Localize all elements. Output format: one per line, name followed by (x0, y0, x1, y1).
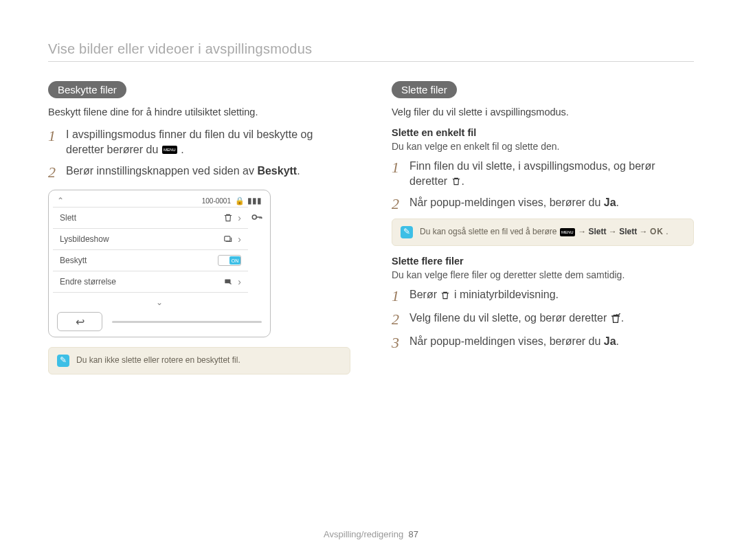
page-footer: Avspilling/redigering 87 (0, 529, 742, 539)
text: I avspillingsmodus finner du filen du vi… (66, 128, 313, 155)
slideshow-icon (223, 234, 234, 244)
ok-icon: OK (650, 227, 664, 236)
text: i miniatyrbildevisning. (454, 289, 559, 300)
subhead-multi: Slette flere filer (392, 256, 694, 267)
info-note-left: ✎ Du kan ikke slette eller rotere en bes… (48, 347, 350, 374)
footer-page: 87 (408, 529, 418, 539)
step-number: 1 (48, 128, 66, 144)
text: Velg filene du vil slette, og berør dere… (409, 312, 610, 324)
step-number: 2 (392, 197, 409, 212)
caret-down-icon: ⌄ (156, 298, 163, 307)
r2-step-3: 3 Når popup-meldingen vises, berører du … (392, 334, 694, 350)
text-bold: Beskytt (257, 165, 297, 177)
label: Beskytt (60, 256, 218, 265)
subtext-multi: Du kan velge flere filer og deretter sle… (392, 269, 694, 280)
trash-icon (440, 291, 451, 300)
caret-up-icon: ⌃ (57, 196, 64, 205)
r1-step-1: 1 Finn filen du vil slette, i avspilling… (392, 159, 694, 188)
trash-icon (223, 213, 234, 223)
label: Endre størrelse (60, 277, 223, 287)
text: . (616, 197, 619, 208)
key-icon (251, 211, 263, 226)
file-counter: 100-0001 (202, 197, 231, 205)
text-bold: Ja (604, 335, 616, 347)
left-step-1: 1 I avspillingsmodus finner du filen du … (48, 127, 350, 157)
back-button[interactable]: ↩ (57, 312, 102, 331)
menu-item-slideshow[interactable]: Lysbildeshow › (53, 229, 248, 250)
text: . (616, 335, 619, 347)
trash-icon (451, 177, 462, 186)
text-bold: Ja (604, 197, 616, 208)
subhead-single: Slette en enkelt fil (392, 127, 694, 138)
info-note-right: ✎ Du kan også slette en fil ved å berøre… (392, 219, 694, 246)
pill-delete: Slette filer (392, 81, 457, 98)
resize-icon (223, 277, 234, 287)
text: . (181, 144, 183, 155)
toggle-knob: ON (229, 256, 240, 265)
text: . (621, 312, 624, 324)
step-number: 1 (392, 289, 409, 304)
step-number: 3 (392, 335, 409, 350)
chevron-right-icon: › (238, 212, 241, 223)
menu-icon: MENU (560, 228, 575, 236)
progress-bar[interactable] (112, 321, 262, 323)
text: Finn filen du vil slette, i avspillingsm… (409, 160, 655, 187)
note-text: Du kan ikke slette eller rotere en besky… (76, 355, 240, 366)
text: . (297, 165, 300, 177)
left-column: Beskytte filer Beskytt filene dine for å… (48, 81, 350, 381)
r1-step-2: 2 Når popup-meldingen vises, berører du … (392, 195, 694, 212)
protect-status-icon: 🔒 (235, 197, 245, 205)
r2-step-1: 1 Berør i miniatyrbildevisning. (392, 287, 694, 304)
menu-item-resize[interactable]: Endre størrelse › (53, 271, 248, 293)
subtext-single: Du kan velge en enkelt fil og slette den… (392, 141, 694, 152)
chevron-right-icon: › (238, 276, 241, 287)
step-number: 2 (392, 312, 409, 327)
label: Lysbildeshow (60, 234, 223, 244)
chevron-right-icon: › (238, 234, 241, 245)
label: Slett (60, 213, 223, 223)
svg-point-2 (252, 215, 256, 219)
lead-delete: Velg filer du vil slette i avspillingsmo… (392, 107, 694, 117)
text: Berør innstillingsknappen ved siden av (66, 165, 257, 177)
right-column: Slette filer Velg filer du vil slette i … (392, 81, 694, 381)
toggle-on[interactable]: ON (218, 255, 241, 266)
trash-check-icon (610, 314, 621, 324)
info-icon: ✎ (57, 355, 69, 367)
settings-panel-screenshot: ⌃ 100-0001 🔒 ▮▮▮ Slett › (48, 190, 271, 337)
menu-item-protect[interactable]: Beskytt ON (53, 250, 248, 271)
menu-item-delete[interactable]: Slett › (53, 208, 248, 229)
note-text: Du kan også slette en fil ved å berøre M… (420, 227, 668, 238)
svg-rect-0 (225, 236, 230, 241)
step-number: 2 (48, 165, 66, 180)
menu-icon: MENU (162, 146, 177, 154)
lead-protect: Beskytt filene dine for å hindre utilsik… (48, 107, 350, 117)
info-icon: ✎ (401, 226, 413, 238)
battery-icon: ▮▮▮ (247, 196, 262, 205)
left-step-2: 2 Berør innstillingsknappen ved siden av… (48, 164, 350, 180)
step-number: 1 (392, 160, 409, 175)
text: Når popup-meldingen vises, berører du (409, 197, 604, 208)
text: Berør (409, 289, 440, 300)
footer-section: Avspilling/redigering (324, 529, 403, 539)
text: Når popup-meldingen vises, berører du (409, 335, 604, 347)
breadcrumb: Vise bilder eller videoer i avspillingsm… (48, 41, 694, 62)
text: . (462, 175, 464, 187)
pill-protect: Beskytte filer (48, 81, 126, 98)
r2-step-2: 2 Velg filene du vil slette, og berør de… (392, 311, 694, 327)
